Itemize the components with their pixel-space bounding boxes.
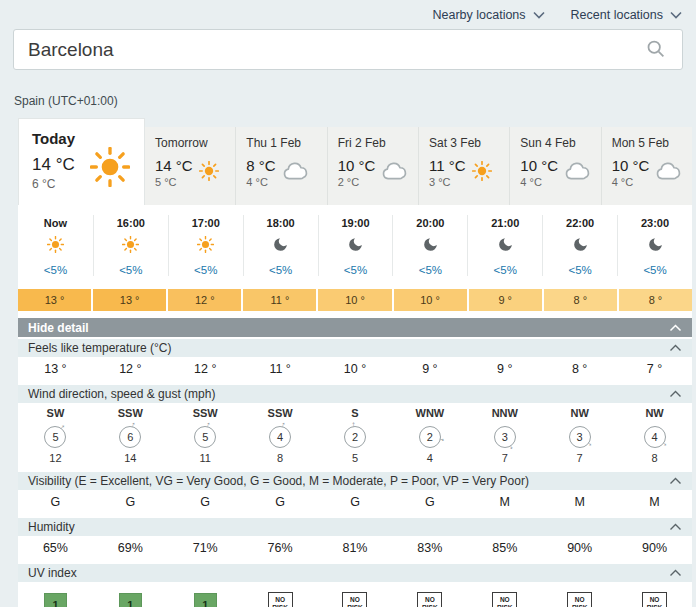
wind-values: SW↑512SSW↑614SSW↑511SSW↑48S↑25WNW↑24NNW↑… [18,403,692,470]
day-low-temp: 4 °C [520,176,558,188]
moon-icon [393,236,467,260]
day-tab-fri-2-feb[interactable]: Fri 2 Feb10 °C2 °C [327,127,418,205]
day-low-temp: 2 °C [338,176,376,188]
hide-detail-label: Hide detail [28,321,89,335]
hour-time: 19:00 [319,217,393,229]
visibility-value: G [243,495,318,509]
wind-column: WNW↑24 [392,407,467,464]
uv-cell: NO RISK [243,589,318,607]
uv-cell: NO RISK [542,589,617,607]
day-tab-tomorrow[interactable]: Tomorrow14 °C5 °C [145,127,235,205]
humidity-value: 71% [168,541,243,555]
wind-direction: SSW [243,407,318,419]
hour-time: 18:00 [244,217,318,229]
search-button[interactable] [643,36,668,64]
visibility-value: G [392,495,467,509]
wind-column: S↑25 [318,407,393,464]
top-bar: Nearby locations Recent locations [0,0,696,29]
temperature-cell: 11 ° [243,289,316,311]
feels-like-value: 9 ° [392,362,467,376]
uv-header[interactable]: UV index [18,564,692,582]
visibility-value: M [542,495,617,509]
uv-cell: 1 [93,589,168,607]
location-search-input[interactable] [28,39,643,61]
wind-direction: SSW [93,407,168,419]
recent-locations-link[interactable]: Recent locations [571,8,682,22]
moon-icon [244,236,318,260]
temperature-cell: 13 ° [93,289,166,311]
day-tab-mon-5-feb[interactable]: Mon 5 Feb10 °C4 °C [601,127,692,205]
feels-like-title: Feels like temperature (°C) [28,341,172,355]
nearby-locations-link[interactable]: Nearby locations [432,8,544,22]
sun-icon [90,147,130,191]
temperature-bar: 13 °13 °12 °11 °10 °10 °9 °8 °8 ° [18,289,692,311]
uv-badge: NO RISK [417,592,442,607]
hour-column: 21:00<5% [467,215,542,276]
search-icon [645,38,666,62]
feels-like-value: 8 ° [542,362,617,376]
wind-column: SSW↑48 [243,407,318,464]
nearby-locations-label: Nearby locations [432,8,525,22]
day-low-temp: 3 °C [429,176,466,188]
precip-chance: <5% [543,264,617,276]
moon-icon [543,236,617,260]
visibility-value: M [467,495,542,509]
hour-column: Now<5% [18,215,93,276]
day-tab-thu-1-feb[interactable]: Thu 1 Feb8 °C4 °C [235,127,326,205]
uv-badge: NO RISK [342,592,367,607]
humidity-title: Humidity [28,520,75,534]
uv-badge: NO RISK [268,592,293,607]
forecast-panel: Now<5%16:00<5%17:00<5%18:00<5%19:00<5%20… [18,205,692,607]
sun-icon [472,161,492,185]
wind-speed: 4 [269,426,291,448]
wind-speed: 3 [494,426,516,448]
precip-chance: <5% [244,264,318,276]
uv-badge: NO RISK [567,592,592,607]
uv-badge: NO RISK [642,592,667,607]
hide-detail-toggle[interactable]: Hide detail [18,318,692,337]
sun-icon [199,161,219,185]
precip-chance: <5% [319,264,393,276]
humidity-header[interactable]: Humidity [18,518,692,536]
temperature-cell: 10 ° [318,289,391,311]
precip-chance: <5% [94,264,168,276]
hour-time: 20:00 [393,217,467,229]
day-tab-sun-4-feb[interactable]: Sun 4 Feb10 °C4 °C [509,127,600,205]
hour-column: 20:00<5% [392,215,467,276]
wind-direction: NNW [467,407,542,419]
precip-chance: <5% [393,264,467,276]
wind-speed: 3 [569,426,591,448]
humidity-value: 90% [617,541,692,555]
chevron-up-icon [669,344,682,352]
day-low-temp: 6 °C [32,177,75,191]
wind-column: NW↑37 [542,407,617,464]
temperature-cell: 9 ° [469,289,542,311]
hour-column: 19:00<5% [318,215,393,276]
day-tab-label: Thu 1 Feb [246,136,322,150]
feels-like-values: 13 °12 °12 °11 °10 °9 °9 °8 °7 ° [18,357,692,383]
hourly-forecast-row: Now<5%16:00<5%17:00<5%18:00<5%19:00<5%20… [18,205,692,285]
temperature-cell: 8 ° [544,289,617,311]
day-tab-sat-3-feb[interactable]: Sat 3 Feb11 °C3 °C [418,127,509,205]
humidity-value: 83% [392,541,467,555]
humidity-value: 81% [318,541,393,555]
humidity-values: 65%69%71%76%81%83%85%90%90% [18,536,692,562]
feels-like-value: 10 ° [318,362,393,376]
humidity-value: 76% [243,541,318,555]
chevron-up-icon [669,390,682,398]
wind-column: SW↑512 [18,407,93,464]
visibility-header[interactable]: Visibility (E = Excellent, VG = Very Goo… [18,472,692,490]
wind-title: Wind direction, speed & gust (mph) [28,387,215,401]
visibility-value: G [168,495,243,509]
uv-badge: 1 [44,593,67,607]
feels-like-header[interactable]: Feels like temperature (°C) [18,339,692,357]
wind-speed: 2 [419,426,441,448]
hour-time: Now [18,217,93,229]
visibility-value: G [318,495,393,509]
temperature-cell: 8 ° [619,289,692,311]
hour-time: 21:00 [468,217,542,229]
wind-header[interactable]: Wind direction, speed & gust (mph) [18,385,692,403]
day-tab-today[interactable]: Today14 °C6 °C [18,118,145,205]
hour-time: 17:00 [169,217,243,229]
temperature-cell: 13 ° [18,289,91,311]
